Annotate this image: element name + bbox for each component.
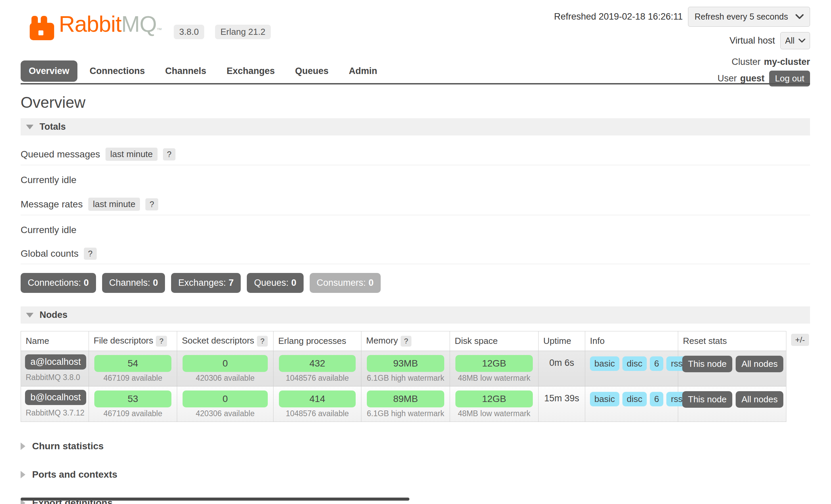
rates-idle-text: Currently idle <box>21 225 810 235</box>
nodes-section-header[interactable]: Nodes <box>21 306 810 324</box>
node-version: RabbitMQ 3.8.0 <box>24 373 86 382</box>
reset-stats-cell: This nodeAll nodes <box>678 386 786 422</box>
channels-count-label: Channels: <box>109 278 150 288</box>
connections-count-value: 0 <box>84 278 89 288</box>
queued-help-badge[interactable]: ? <box>163 148 175 160</box>
col-name: Name <box>21 331 89 351</box>
tab-admin[interactable]: Admin <box>341 60 385 82</box>
tab-overview[interactable]: Overview <box>21 60 77 82</box>
virtual-host-select[interactable]: All <box>780 32 810 49</box>
connections-count-label: Connections: <box>28 278 81 288</box>
refresh-interval-select[interactable]: Refresh every 5 seconds <box>688 7 810 27</box>
nodes-section-title: Nodes <box>40 310 68 320</box>
node-name-badge[interactable]: b@localhost <box>25 390 86 405</box>
info-badge-disc: disc <box>622 392 647 406</box>
rates-help-badge[interactable]: ? <box>145 198 158 210</box>
global-counts-row: Connections:0 Channels:0 Exchanges:7 Que… <box>21 273 810 293</box>
connections-count-badge[interactable]: Connections:0 <box>21 273 96 293</box>
col-memory: Memory? <box>361 331 450 351</box>
node-version: RabbitMQ 3.7.12 <box>24 408 86 418</box>
consumers-count-badge: Consumers:0 <box>310 273 381 293</box>
memory-help-badge[interactable]: ? <box>401 336 411 347</box>
refresh-row: Refreshed 2019-02-18 16:26:11 Refresh ev… <box>554 7 810 27</box>
tab-channels[interactable]: Channels <box>157 60 215 82</box>
info-badge-disc: disc <box>622 356 647 371</box>
cluster-row: Cluster my-cluster <box>732 57 810 67</box>
fd-value: 53 <box>94 390 171 407</box>
channels-count-value: 0 <box>153 278 158 288</box>
disk-value: 12GB <box>455 390 533 407</box>
main-nav: Overview Connections Channels Exchanges … <box>21 60 389 82</box>
exchanges-count-badge[interactable]: Exchanges:7 <box>171 273 241 293</box>
node-name-badge[interactable]: a@localhost <box>25 354 86 370</box>
channels-count-badge[interactable]: Channels:0 <box>102 273 165 293</box>
info-badge-basic: basic <box>590 392 619 406</box>
node-name-cell: b@localhost RabbitMQ 3.7.12 <box>21 386 89 422</box>
global-counts-label: Global counts <box>21 248 78 259</box>
logo-trademark: ™ <box>157 27 162 33</box>
cluster-name: my-cluster <box>764 57 810 67</box>
totals-section-header[interactable]: Totals <box>21 118 810 135</box>
ports-and-contexts-section[interactable]: Ports and contexts <box>21 469 810 480</box>
nodes-header-row: Name File descriptors? Socket descriptor… <box>21 331 786 351</box>
reset-all-nodes-button[interactable]: All nodes <box>736 356 783 372</box>
queued-idle-text: Currently idle <box>21 175 810 185</box>
horizontal-scrollbar-thumb[interactable] <box>21 498 409 501</box>
memory-cell: 93MB 6.1GB high watermark <box>361 351 450 386</box>
logo-wordmark: RabbitMQ™ <box>59 13 162 41</box>
queued-range-badge[interactable]: last minute <box>105 148 158 161</box>
global-counts-heading: Global counts ? <box>21 248 810 264</box>
fd-available: 467109 available <box>92 409 174 418</box>
fd-cell: 54 467109 available <box>89 351 177 386</box>
erlang-version-badge: Erlang 21.2 <box>215 25 271 39</box>
queues-count-badge[interactable]: Queues:0 <box>247 273 303 293</box>
rabbitmq-logo[interactable]: RabbitMQ™ 3.8.0 Erlang 21.2 <box>27 13 271 43</box>
reset-this-node-button[interactable]: This node <box>682 356 732 372</box>
rabbit-icon <box>27 14 57 43</box>
reset-all-nodes-button[interactable]: All nodes <box>736 391 783 408</box>
logo-mq-text: MQ <box>121 11 157 36</box>
virtual-host-row: Virtual host All <box>730 32 810 49</box>
nodes-table-wrap: Name File descriptors? Socket descriptor… <box>21 331 810 422</box>
user-label: User <box>717 73 737 84</box>
tab-queues[interactable]: Queues <box>287 60 337 82</box>
col-file-descriptors: File descriptors? <box>89 331 177 351</box>
logo-rabbit-text: Rabbit <box>59 11 121 36</box>
rates-range-badge[interactable]: last minute <box>88 198 140 211</box>
sd-cell: 0 420306 available <box>177 351 274 386</box>
memory-value: 93MB <box>367 355 444 372</box>
churn-statistics-section[interactable]: Churn statistics <box>21 441 810 452</box>
tab-connections[interactable]: Connections <box>81 60 153 82</box>
virtual-host-value: All <box>785 36 794 46</box>
node-row-b: b@localhost RabbitMQ 3.7.12 53 467109 av… <box>21 386 786 422</box>
memory-watermark: 6.1GB high watermark <box>364 374 447 383</box>
queued-messages-heading: Queued messages last minute ? <box>21 148 810 165</box>
reset-this-node-button[interactable]: This node <box>682 391 732 408</box>
memory-watermark: 6.1GB high watermark <box>364 409 447 418</box>
sd-value: 0 <box>183 355 268 372</box>
global-counts-help-badge[interactable]: ? <box>84 248 96 260</box>
col-info: Info <box>585 331 678 351</box>
node-row-a: a@localhost RabbitMQ 3.8.0 54 467109 ava… <box>21 351 786 386</box>
col-disk-space: Disk space <box>450 331 539 351</box>
sd-help-badge[interactable]: ? <box>257 336 268 347</box>
column-selector-button[interactable]: +/- <box>791 334 809 346</box>
sd-available: 420306 available <box>180 374 270 383</box>
nodes-table: Name File descriptors? Socket descriptor… <box>21 331 786 422</box>
sd-cell: 0 420306 available <box>177 386 274 422</box>
virtual-host-label: Virtual host <box>730 35 775 46</box>
uptime-cell: 15m 39s <box>539 386 585 422</box>
tab-exchanges[interactable]: Exchanges <box>218 60 283 82</box>
fd-help-badge[interactable]: ? <box>156 336 167 347</box>
erlang-cell: 432 1048576 available <box>274 351 361 386</box>
erlang-cell: 414 1048576 available <box>274 386 361 422</box>
header-right: Refreshed 2019-02-18 16:26:11 Refresh ev… <box>554 7 810 86</box>
disk-cell: 12GB 48MB low watermark <box>450 386 539 422</box>
disk-cell: 12GB 48MB low watermark <box>450 351 539 386</box>
queues-count-label: Queues: <box>254 278 288 288</box>
user-name: guest <box>740 73 764 84</box>
nav-divider <box>21 83 810 84</box>
header: RabbitMQ™ 3.8.0 Erlang 21.2 Refreshed 20… <box>0 0 831 84</box>
queues-count-value: 0 <box>291 278 296 288</box>
col-erlang-processes: Erlang processes <box>274 331 361 351</box>
